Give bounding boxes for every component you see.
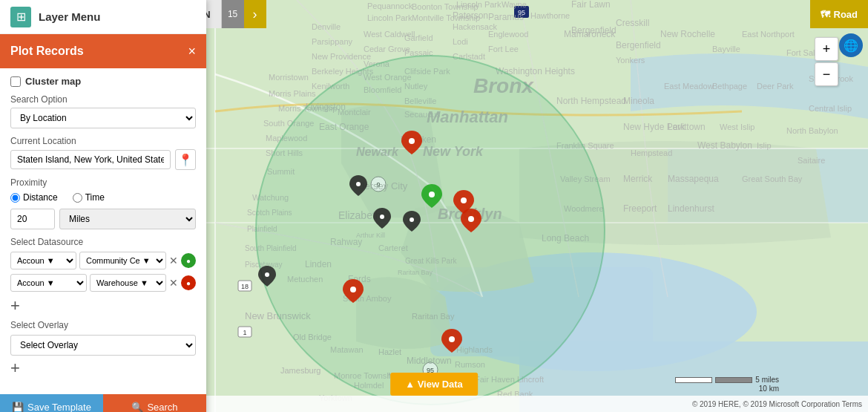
svg-text:Bethpage: Bethpage xyxy=(712,82,747,91)
svg-text:East Northport: East Northport xyxy=(742,30,795,39)
layer-menu-title: Layer Menu xyxy=(39,10,100,23)
datasource-row-1: Accoun ▼ Community Ce ▼ ✕ ● xyxy=(10,252,196,269)
svg-text:Cedar Grove: Cedar Grove xyxy=(364,45,410,53)
svg-text:Merrick: Merrick xyxy=(623,174,653,184)
svg-text:Lodi: Lodi xyxy=(453,37,468,46)
save-icon: 💾 xyxy=(12,402,24,412)
svg-text:Lindenhurst: Lindenhurst xyxy=(668,203,714,214)
datasource-remove-btn-2[interactable]: ✕ xyxy=(169,277,178,289)
svg-point-141 xyxy=(449,336,455,342)
svg-text:Bayville: Bayville xyxy=(712,45,740,53)
svg-text:Englewood: Englewood xyxy=(488,30,528,39)
svg-text:Pequannock: Pequannock xyxy=(367,1,413,10)
distance-label-text: Distance xyxy=(23,192,58,203)
svg-text:Hawthorne: Hawthorne xyxy=(530,11,570,20)
svg-text:North Hempstead: North Hempstead xyxy=(556,96,626,106)
datasource-col2-select-2[interactable]: Warehouse ▼ xyxy=(90,274,166,292)
svg-point-140 xyxy=(350,287,356,292)
distance-radio[interactable] xyxy=(10,193,20,203)
proximity-number-input[interactable] xyxy=(10,209,55,229)
svg-point-135 xyxy=(356,182,361,186)
svg-point-138 xyxy=(461,197,467,203)
overlay-select[interactable]: Select Overlay xyxy=(10,335,196,356)
plot-records-header: Plot Records × xyxy=(0,34,206,68)
add-overlay-btn[interactable]: + xyxy=(10,359,20,378)
pin-icon: 📍 xyxy=(178,153,193,167)
svg-point-142 xyxy=(265,272,269,277)
map-controls: + − xyxy=(815,37,838,86)
svg-text:Cresskill: Cresskill xyxy=(616,18,649,28)
svg-text:Levittown: Levittown xyxy=(668,122,706,132)
cluster-map-checkbox[interactable] xyxy=(10,76,21,87)
svg-text:West Babylon: West Babylon xyxy=(697,140,752,151)
plot-records-title: Plot Records xyxy=(10,45,84,58)
zoom-in-btn[interactable]: + xyxy=(815,37,838,61)
datasource-col1-select-2[interactable]: Accoun ▼ xyxy=(10,274,87,292)
plot-records-panel: Plot Records × Cluster map Search Option… xyxy=(0,34,206,412)
svg-text:Paramus: Paramus xyxy=(488,12,524,22)
nav-number: 15 xyxy=(222,0,244,28)
svg-point-131 xyxy=(256,56,605,405)
datasource-col1-select-1[interactable]: Accoun ▼ xyxy=(10,252,76,269)
svg-text:New Providence: New Providence xyxy=(312,52,371,61)
save-template-btn[interactable]: 💾 Save Template xyxy=(0,394,103,412)
scale-label: 5 miles xyxy=(755,376,779,384)
svg-text:Massapequa: Massapequa xyxy=(668,174,719,184)
svg-text:Saitaire: Saitaire xyxy=(798,156,825,165)
nav-right-arrow[interactable]: › xyxy=(244,0,266,28)
search-label: Search xyxy=(147,402,177,412)
overlay-label: Select Overlay xyxy=(10,320,196,330)
svg-text:Bergenfield: Bergenfield xyxy=(616,40,661,50)
location-pin-btn[interactable]: 📍 xyxy=(175,149,196,170)
left-panel: ⊞ Layer Menu Plot Records × Cluster map … xyxy=(0,0,206,412)
current-location-row: 📍 xyxy=(10,149,196,170)
svg-point-139 xyxy=(468,216,474,222)
time-radio[interactable] xyxy=(73,193,82,203)
svg-text:Mineola: Mineola xyxy=(623,96,654,106)
svg-text:Islip: Islip xyxy=(757,141,772,150)
location-input[interactable] xyxy=(10,150,171,169)
proximity-unit-select[interactable]: Miles Kilometers xyxy=(59,209,196,229)
zoom-out-btn[interactable]: − xyxy=(815,62,838,86)
svg-text:Fair Lawn: Fair Lawn xyxy=(571,0,611,10)
svg-text:Garfield: Garfield xyxy=(404,33,433,42)
svg-text:Montville Township: Montville Township xyxy=(412,13,480,22)
search-option-label: Search Option xyxy=(10,94,196,105)
search-option-select[interactable]: By Location By Name By Category xyxy=(10,108,196,128)
add-datasource-btn[interactable]: + xyxy=(10,296,20,315)
svg-text:Fort Lee: Fort Lee xyxy=(488,45,519,53)
road-button[interactable]: 🗺 Road xyxy=(810,0,869,28)
proximity-inputs: Miles Kilometers xyxy=(10,209,196,229)
svg-text:Hempstead: Hempstead xyxy=(631,148,672,157)
plot-records-body: Cluster map Search Option By Location By… xyxy=(0,68,206,390)
time-label-text: Time xyxy=(85,192,105,203)
svg-text:Yonkers: Yonkers xyxy=(616,56,645,65)
datasource-color-indicator-2: ● xyxy=(181,275,196,290)
datasource-remove-btn-1[interactable]: ✕ xyxy=(169,255,178,267)
globe-icon[interactable]: 🌐 xyxy=(839,33,863,57)
view-data-btn[interactable]: ▲ View Data xyxy=(390,373,478,396)
datasource-color-indicator-1: ● xyxy=(181,253,196,268)
svg-text:Great South Bay: Great South Bay xyxy=(742,174,803,183)
svg-text:Wayne: Wayne xyxy=(502,0,527,9)
datasource-col2-select-1[interactable]: Community Ce ▼ xyxy=(79,252,166,269)
svg-text:Central Islip: Central Islip xyxy=(809,104,852,113)
bottom-buttons: 💾 Save Template 🔍 Search xyxy=(0,394,206,412)
distance-radio-label[interactable]: Distance xyxy=(10,192,58,203)
svg-text:Deer Park: Deer Park xyxy=(757,82,794,91)
svg-text:Morristown: Morristown xyxy=(269,73,309,82)
svg-text:Denville: Denville xyxy=(312,22,341,31)
layer-menu: ⊞ Layer Menu xyxy=(0,0,206,34)
svg-text:New Rochelle: New Rochelle xyxy=(660,29,715,39)
svg-text:North Babylon: North Babylon xyxy=(786,126,838,135)
search-btn[interactable]: 🔍 Search xyxy=(103,394,206,412)
svg-text:Jamesburg: Jamesburg xyxy=(280,366,320,375)
plot-records-close-btn[interactable]: × xyxy=(188,45,196,58)
time-radio-label[interactable]: Time xyxy=(73,192,105,203)
svg-point-137 xyxy=(380,215,384,219)
svg-point-133 xyxy=(409,138,415,144)
svg-text:1: 1 xyxy=(243,329,246,336)
scale-bar: 5 miles 10 km xyxy=(675,376,779,393)
scale-label2: 10 km xyxy=(675,385,779,393)
cluster-map-label: Cluster map xyxy=(25,76,81,87)
